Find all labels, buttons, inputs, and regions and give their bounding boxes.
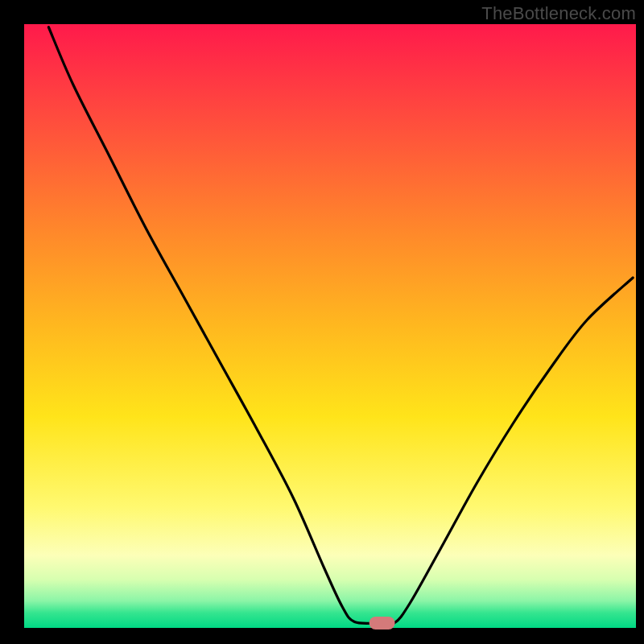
optimal-marker — [369, 617, 395, 630]
watermark-text: TheBottleneck.com — [481, 3, 636, 24]
bottleneck-chart — [0, 0, 644, 644]
chart-container: TheBottleneck.com — [0, 0, 644, 644]
plot-gradient-background — [24, 24, 636, 628]
